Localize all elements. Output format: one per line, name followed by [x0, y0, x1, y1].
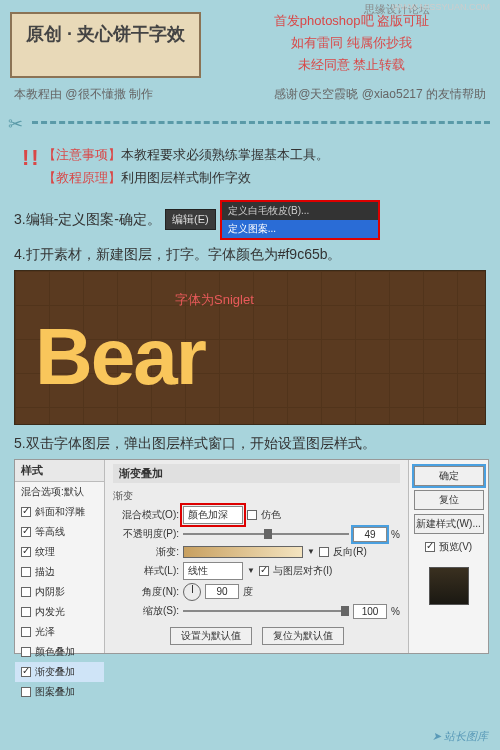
opacity-input[interactable]: 49: [353, 527, 387, 542]
style-option[interactable]: 斜面和浮雕: [15, 502, 104, 522]
reset-default-button[interactable]: 复位为默认值: [262, 627, 344, 645]
dialog-left-panel: 样式 混合选项:默认 斜面和浮雕等高线纹理描边内阴影内发光光泽颜色叠加渐变叠加图…: [15, 460, 105, 653]
warning-line: 如有雷同 纯属你抄我: [213, 34, 490, 52]
style-option-label: 描边: [35, 565, 55, 579]
degree-label: 度: [243, 585, 253, 599]
dialog-right-panel: 确定 复位 新建样式(W)... 预览(V): [408, 460, 488, 653]
step-text: 5.双击字体图层，弹出图层样式窗口，开始设置图层样式。: [14, 435, 376, 453]
header-warnings: 首发photoshop吧 盗版可耻 如有雷同 纯属你抄我 未经同意 禁止转载: [213, 12, 490, 78]
dropdown-item-selected: 定义图案...: [222, 220, 378, 238]
style-option[interactable]: 内阴影: [15, 582, 104, 602]
warning-line: 未经同意 禁止转载: [213, 56, 490, 74]
notice-label: 【注意事项】: [43, 147, 121, 162]
style-option-label: 内发光: [35, 605, 65, 619]
thanks-credit: 感谢@天空霞晓 @xiao5217 的友情帮助: [274, 86, 486, 103]
notice-label: 【教程原理】: [43, 170, 121, 185]
credits-row: 本教程由 @很不懂撒 制作 感谢@天空霞晓 @xiao5217 的友情帮助: [0, 86, 500, 109]
new-style-button[interactable]: 新建样式(W)...: [414, 514, 484, 534]
set-default-button[interactable]: 设置为默认值: [170, 627, 252, 645]
align-label: 与图层对齐(I): [273, 564, 332, 578]
gradient-overlay-header: 渐变叠加: [113, 464, 400, 483]
style-option[interactable]: 渐变叠加: [15, 662, 104, 682]
style-checkbox[interactable]: [21, 587, 31, 597]
scale-input[interactable]: 100: [353, 604, 387, 619]
style-checkbox[interactable]: [21, 547, 31, 557]
preview-checkbox[interactable]: [425, 542, 435, 552]
style-option-label: 颜色叠加: [35, 645, 75, 659]
url-watermark: WWW.MISSYUAN.COM: [392, 2, 490, 12]
step-text: 4.打开素材，新建图层，打字。字体颜色为#f9c65b。: [14, 246, 342, 264]
ok-button[interactable]: 确定: [414, 466, 484, 486]
style-option-label: 渐变叠加: [35, 665, 75, 679]
style-option-label: 等高线: [35, 525, 65, 539]
style-select[interactable]: 线性: [183, 562, 243, 580]
style-option-label: 图案叠加: [35, 685, 75, 699]
style-checkbox[interactable]: [21, 647, 31, 657]
step-3: 3.编辑-定义图案-确定。 编辑(E) 定义白毛牧皮(B)... 定义图案...: [14, 200, 486, 240]
tutorial-title: 原创 · 夹心饼干字效: [10, 12, 201, 78]
steps: 3.编辑-定义图案-确定。 编辑(E) 定义白毛牧皮(B)... 定义图案...…: [0, 200, 500, 264]
cancel-button[interactable]: 复位: [414, 490, 484, 510]
gradient-label: 渐变:: [113, 545, 179, 559]
style-option[interactable]: 等高线: [15, 522, 104, 542]
bear-text: Bear: [35, 311, 205, 403]
angle-label: 角度(N):: [113, 585, 179, 599]
styles-header: 样式: [15, 460, 104, 482]
style-option-label: 斜面和浮雕: [35, 505, 85, 519]
style-option[interactable]: 纹理: [15, 542, 104, 562]
scale-label: 缩放(S):: [113, 604, 179, 618]
author-credit: 本教程由 @很不懂撒 制作: [14, 86, 153, 103]
dither-label: 仿色: [261, 508, 281, 522]
style-checkbox[interactable]: [21, 687, 31, 697]
exclamation-icon: !: [22, 147, 29, 169]
dash-line: [32, 121, 490, 124]
preview-label: 预览(V): [439, 540, 472, 554]
style-option[interactable]: 描边: [15, 562, 104, 582]
scissor-divider: ✂: [0, 113, 500, 135]
style-checkbox[interactable]: [21, 667, 31, 677]
bear-preview: 字体为Sniglet Bear: [14, 270, 486, 425]
opacity-label: 不透明度(P):: [113, 527, 179, 541]
style-checkbox[interactable]: [21, 567, 31, 577]
style-checkbox[interactable]: [21, 607, 31, 617]
blend-default-row[interactable]: 混合选项:默认: [15, 482, 104, 502]
style-option[interactable]: 光泽: [15, 622, 104, 642]
dither-checkbox[interactable]: [247, 510, 257, 520]
gradient-picker[interactable]: [183, 546, 303, 558]
scissors-icon: ✂: [8, 113, 23, 135]
style-label: 样式(L):: [113, 564, 179, 578]
warning-line: 首发photoshop吧 盗版可耻: [213, 12, 490, 30]
pct-label: %: [391, 529, 400, 540]
section-label: 渐变: [113, 489, 400, 503]
notice-text: 本教程要求必须熟练掌握基本工具。: [121, 147, 329, 162]
edit-menu-button[interactable]: 编辑(E): [165, 209, 216, 230]
reverse-label: 反向(R): [333, 545, 367, 559]
steps: 5.双击字体图层，弹出图层样式窗口，开始设置图层样式。: [0, 435, 500, 453]
dropdown-item: 定义白毛牧皮(B)...: [222, 202, 378, 220]
step-text: 3.编辑-定义图案-确定。: [14, 211, 161, 229]
style-option[interactable]: 图案叠加: [15, 682, 104, 702]
blend-mode-select[interactable]: 颜色加深: [183, 506, 243, 524]
reverse-checkbox[interactable]: [319, 547, 329, 557]
step-5: 5.双击字体图层，弹出图层样式窗口，开始设置图层样式。: [14, 435, 486, 453]
dialog-mid-panel: 渐变叠加 渐变 混合模式(O): 颜色加深 仿色 不透明度(P): 49 % 渐…: [105, 460, 408, 653]
step-4: 4.打开素材，新建图层，打字。字体颜色为#f9c65b。: [14, 246, 486, 264]
notice-text: 利用图层样式制作字效: [121, 170, 251, 185]
font-annotation: 字体为Sniglet: [175, 291, 254, 309]
style-checkbox[interactable]: [21, 627, 31, 637]
footer-watermark: ➤ 站长图库: [432, 729, 488, 744]
style-checkbox[interactable]: [21, 527, 31, 537]
style-checkbox[interactable]: [21, 507, 31, 517]
style-option[interactable]: 颜色叠加: [15, 642, 104, 662]
style-option-label: 纹理: [35, 545, 55, 559]
blend-mode-label: 混合模式(O):: [113, 508, 179, 522]
preview-swatch: [429, 567, 469, 605]
pct-label: %: [391, 606, 400, 617]
angle-input[interactable]: 90: [205, 584, 239, 599]
style-option[interactable]: 内发光: [15, 602, 104, 622]
align-checkbox[interactable]: [259, 566, 269, 576]
layer-style-dialog: 样式 混合选项:默认 斜面和浮雕等高线纹理描边内阴影内发光光泽颜色叠加渐变叠加图…: [14, 459, 489, 654]
exclamation-icon: !: [31, 147, 38, 169]
style-option-label: 光泽: [35, 625, 55, 639]
style-option-label: 内阴影: [35, 585, 65, 599]
